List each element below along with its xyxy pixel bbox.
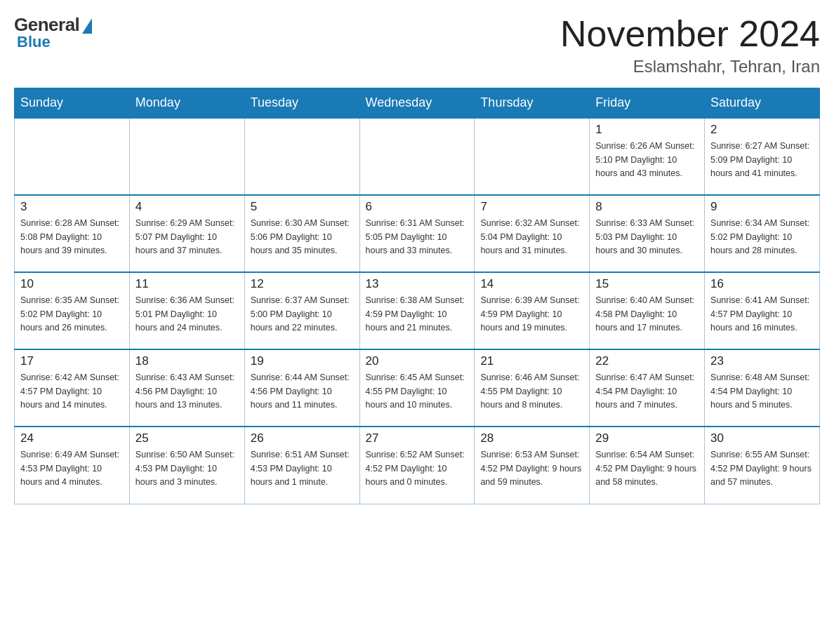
calendar-cell xyxy=(129,118,244,195)
calendar-week-row: 17Sunrise: 6:42 AM Sunset: 4:57 PM Dayli… xyxy=(15,349,820,427)
day-number: 21 xyxy=(480,354,583,368)
calendar-cell: 14Sunrise: 6:39 AM Sunset: 4:59 PM Dayli… xyxy=(475,272,590,349)
calendar-week-row: 10Sunrise: 6:35 AM Sunset: 5:02 PM Dayli… xyxy=(15,272,820,349)
day-number: 5 xyxy=(251,200,354,214)
calendar-week-row: 24Sunrise: 6:49 AM Sunset: 4:53 PM Dayli… xyxy=(15,427,820,504)
day-number: 30 xyxy=(710,431,814,445)
calendar-cell: 7Sunrise: 6:32 AM Sunset: 5:04 PM Daylig… xyxy=(475,195,590,272)
weekday-header-sunday: Sunday xyxy=(15,88,130,119)
day-number: 12 xyxy=(251,277,354,291)
calendar-cell: 10Sunrise: 6:35 AM Sunset: 5:02 PM Dayli… xyxy=(15,272,130,349)
calendar-cell: 16Sunrise: 6:41 AM Sunset: 4:57 PM Dayli… xyxy=(705,272,820,349)
calendar-week-row: 3Sunrise: 6:28 AM Sunset: 5:08 PM Daylig… xyxy=(15,195,820,272)
calendar-cell xyxy=(359,118,475,195)
day-info: Sunrise: 6:38 AM Sunset: 4:59 PM Dayligh… xyxy=(366,294,469,335)
day-number: 3 xyxy=(20,200,124,214)
day-number: 26 xyxy=(251,431,354,445)
calendar-cell: 30Sunrise: 6:55 AM Sunset: 4:52 PM Dayli… xyxy=(705,427,820,504)
calendar-cell: 29Sunrise: 6:54 AM Sunset: 4:52 PM Dayli… xyxy=(590,427,705,504)
day-info: Sunrise: 6:33 AM Sunset: 5:03 PM Dayligh… xyxy=(595,217,699,257)
day-info: Sunrise: 6:47 AM Sunset: 4:54 PM Dayligh… xyxy=(595,371,699,412)
day-info: Sunrise: 6:51 AM Sunset: 4:53 PM Dayligh… xyxy=(251,448,354,489)
day-number: 27 xyxy=(366,431,469,445)
day-number: 8 xyxy=(595,200,699,214)
day-info: Sunrise: 6:45 AM Sunset: 4:55 PM Dayligh… xyxy=(366,371,469,412)
day-info: Sunrise: 6:53 AM Sunset: 4:52 PM Dayligh… xyxy=(480,448,583,489)
day-info: Sunrise: 6:43 AM Sunset: 4:56 PM Dayligh… xyxy=(135,371,239,412)
calendar-cell: 25Sunrise: 6:50 AM Sunset: 4:53 PM Dayli… xyxy=(129,427,244,504)
calendar-cell: 18Sunrise: 6:43 AM Sunset: 4:56 PM Dayli… xyxy=(129,349,244,427)
calendar-cell: 26Sunrise: 6:51 AM Sunset: 4:53 PM Dayli… xyxy=(244,427,359,504)
calendar-week-row: 1Sunrise: 6:26 AM Sunset: 5:10 PM Daylig… xyxy=(15,118,820,195)
day-info: Sunrise: 6:29 AM Sunset: 5:07 PM Dayligh… xyxy=(135,217,239,257)
day-number: 10 xyxy=(20,277,124,291)
day-info: Sunrise: 6:36 AM Sunset: 5:01 PM Dayligh… xyxy=(135,294,239,335)
calendar-cell: 17Sunrise: 6:42 AM Sunset: 4:57 PM Dayli… xyxy=(15,349,130,427)
calendar-cell: 4Sunrise: 6:29 AM Sunset: 5:07 PM Daylig… xyxy=(129,195,244,272)
day-info: Sunrise: 6:31 AM Sunset: 5:05 PM Dayligh… xyxy=(366,217,469,257)
day-number: 4 xyxy=(135,200,239,214)
day-info: Sunrise: 6:39 AM Sunset: 4:59 PM Dayligh… xyxy=(480,294,583,335)
day-number: 23 xyxy=(710,354,814,368)
calendar-cell: 5Sunrise: 6:30 AM Sunset: 5:06 PM Daylig… xyxy=(244,195,359,272)
day-number: 24 xyxy=(20,431,124,445)
calendar-cell xyxy=(244,118,359,195)
calendar-cell: 21Sunrise: 6:46 AM Sunset: 4:55 PM Dayli… xyxy=(475,349,590,427)
day-info: Sunrise: 6:32 AM Sunset: 5:04 PM Dayligh… xyxy=(480,217,583,257)
calendar-cell: 12Sunrise: 6:37 AM Sunset: 5:00 PM Dayli… xyxy=(244,272,359,349)
weekday-header-thursday: Thursday xyxy=(475,88,590,119)
day-number: 2 xyxy=(710,123,814,137)
calendar-cell: 8Sunrise: 6:33 AM Sunset: 5:03 PM Daylig… xyxy=(590,195,705,272)
day-info: Sunrise: 6:34 AM Sunset: 5:02 PM Dayligh… xyxy=(710,217,814,257)
day-number: 9 xyxy=(710,200,814,214)
day-number: 7 xyxy=(480,200,583,214)
calendar-cell xyxy=(15,118,130,195)
day-number: 13 xyxy=(366,277,469,291)
day-number: 6 xyxy=(366,200,469,214)
calendar-cell: 6Sunrise: 6:31 AM Sunset: 5:05 PM Daylig… xyxy=(359,195,475,272)
day-number: 17 xyxy=(20,354,124,368)
calendar-cell: 27Sunrise: 6:52 AM Sunset: 4:52 PM Dayli… xyxy=(359,427,475,504)
calendar-cell: 24Sunrise: 6:49 AM Sunset: 4:53 PM Dayli… xyxy=(15,427,130,504)
day-number: 18 xyxy=(135,354,239,368)
day-number: 16 xyxy=(710,277,814,291)
weekday-header-friday: Friday xyxy=(590,88,705,119)
day-info: Sunrise: 6:54 AM Sunset: 4:52 PM Dayligh… xyxy=(595,448,699,489)
weekday-header-monday: Monday xyxy=(129,88,244,119)
day-number: 29 xyxy=(595,431,699,445)
logo: General Blue xyxy=(14,14,92,51)
day-info: Sunrise: 6:30 AM Sunset: 5:06 PM Dayligh… xyxy=(251,217,354,257)
day-number: 20 xyxy=(366,354,469,368)
calendar-cell: 13Sunrise: 6:38 AM Sunset: 4:59 PM Dayli… xyxy=(359,272,475,349)
day-info: Sunrise: 6:55 AM Sunset: 4:52 PM Dayligh… xyxy=(710,448,814,489)
calendar-cell: 20Sunrise: 6:45 AM Sunset: 4:55 PM Dayli… xyxy=(359,349,475,427)
calendar-cell: 3Sunrise: 6:28 AM Sunset: 5:08 PM Daylig… xyxy=(15,195,130,272)
weekday-header-tuesday: Tuesday xyxy=(244,88,359,119)
logo-blue-text: Blue xyxy=(17,33,51,51)
calendar-cell: 2Sunrise: 6:27 AM Sunset: 5:09 PM Daylig… xyxy=(705,118,820,195)
calendar-cell: 15Sunrise: 6:40 AM Sunset: 4:58 PM Dayli… xyxy=(590,272,705,349)
logo-triangle-icon xyxy=(82,18,92,34)
day-number: 1 xyxy=(595,123,699,137)
day-info: Sunrise: 6:44 AM Sunset: 4:56 PM Dayligh… xyxy=(251,371,354,412)
weekday-header-saturday: Saturday xyxy=(705,88,820,119)
location-title: Eslamshahr, Tehran, Iran xyxy=(560,57,820,76)
calendar-cell xyxy=(475,118,590,195)
day-info: Sunrise: 6:26 AM Sunset: 5:10 PM Dayligh… xyxy=(595,140,699,180)
day-number: 19 xyxy=(251,354,354,368)
day-number: 15 xyxy=(595,277,699,291)
calendar-cell: 23Sunrise: 6:48 AM Sunset: 4:54 PM Dayli… xyxy=(705,349,820,427)
calendar-cell: 9Sunrise: 6:34 AM Sunset: 5:02 PM Daylig… xyxy=(705,195,820,272)
day-number: 14 xyxy=(480,277,583,291)
day-info: Sunrise: 6:35 AM Sunset: 5:02 PM Dayligh… xyxy=(20,294,124,335)
day-info: Sunrise: 6:48 AM Sunset: 4:54 PM Dayligh… xyxy=(710,371,814,412)
day-info: Sunrise: 6:41 AM Sunset: 4:57 PM Dayligh… xyxy=(710,294,814,335)
day-number: 28 xyxy=(480,431,583,445)
day-info: Sunrise: 6:28 AM Sunset: 5:08 PM Dayligh… xyxy=(20,217,124,257)
day-info: Sunrise: 6:52 AM Sunset: 4:52 PM Dayligh… xyxy=(366,448,469,489)
title-block: November 2024 Eslamshahr, Tehran, Iran xyxy=(560,14,820,76)
calendar-cell: 22Sunrise: 6:47 AM Sunset: 4:54 PM Dayli… xyxy=(590,349,705,427)
calendar-header-row: SundayMondayTuesdayWednesdayThursdayFrid… xyxy=(15,88,820,119)
day-number: 22 xyxy=(595,354,699,368)
page-header: General Blue November 2024 Eslamshahr, T… xyxy=(14,14,820,76)
